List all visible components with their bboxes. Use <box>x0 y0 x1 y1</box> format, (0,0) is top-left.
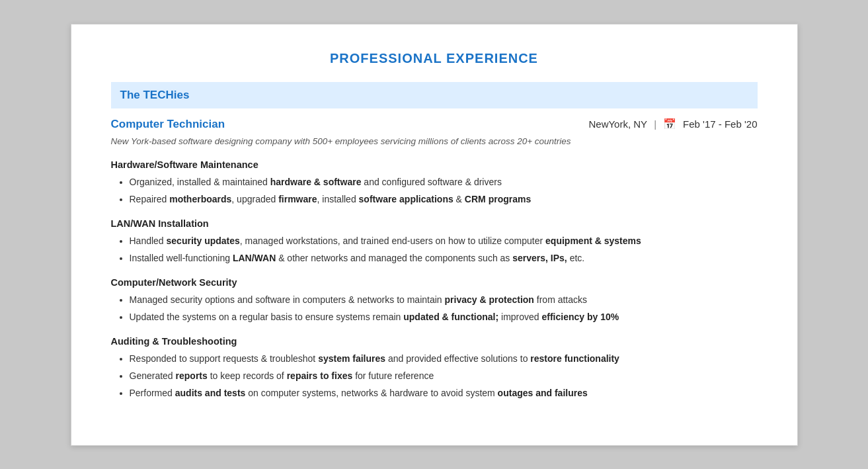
bold-text: restore functionality <box>530 353 619 364</box>
bold-text: motherboards <box>169 194 231 204</box>
subsection-auditing-title: Auditing & Troubleshooting <box>111 336 758 347</box>
subsection-lanwan-title: LAN/WAN Installation <box>111 218 758 229</box>
list-item: Repaired motherboards, upgraded firmware… <box>130 192 758 206</box>
bold-text: audits and tests <box>175 388 246 398</box>
company-description: New York-based software designing compan… <box>111 136 758 146</box>
bold-text: equipment & systems <box>545 235 641 246</box>
list-item: Managed security options and software in… <box>130 293 758 307</box>
subsection-auditing: Auditing & Troubleshooting Responded to … <box>111 336 758 400</box>
bold-text: software applications <box>359 194 454 204</box>
location-text: NewYork, NY <box>588 118 647 130</box>
bold-text: outages and failures <box>498 388 588 398</box>
resume-page: PROFESSIONAL EXPERIENCE The TECHies Comp… <box>71 24 798 446</box>
bullet-list-lanwan: Handled security updates, managed workst… <box>111 234 758 265</box>
bold-text: system failures <box>318 353 385 364</box>
list-item: Performed audits and tests on computer s… <box>130 386 758 400</box>
bold-text: servers, IPs, <box>512 253 567 263</box>
pipe-divider: | <box>654 118 656 130</box>
location-date: NewYork, NY | 📅 Feb '17 - Feb '20 <box>588 118 757 130</box>
bullet-list-auditing: Responded to support requests & troubles… <box>111 352 758 400</box>
list-item: Generated reports to keep records of rep… <box>130 369 758 383</box>
bold-text: firmware <box>278 194 317 204</box>
list-item: Installed well-functioning LAN/WAN & oth… <box>130 251 758 265</box>
subsection-security-title: Computer/Network Security <box>111 277 758 288</box>
company-header: The TECHies <box>111 82 758 108</box>
bold-text: repairs to fixes <box>287 370 353 381</box>
bold-text: updated & functional; <box>403 312 498 322</box>
list-item: Organized, installed & maintained hardwa… <box>130 175 758 189</box>
bold-text: security updates <box>167 235 240 246</box>
bold-text: hardware & software <box>270 177 362 187</box>
subsection-hardware-title: Hardware/Software Maintenance <box>111 159 758 170</box>
subsection-hardware: Hardware/Software Maintenance Organized,… <box>111 159 758 206</box>
list-item: Handled security updates, managed workst… <box>130 234 758 248</box>
bold-text: reports <box>176 370 208 381</box>
list-item: Updated the systems on a regular basis t… <box>130 310 758 324</box>
list-item: Responded to support requests & troubles… <box>130 352 758 366</box>
bullet-list-hardware: Organized, installed & maintained hardwa… <box>111 175 758 206</box>
subsection-security: Computer/Network Security Managed securi… <box>111 277 758 324</box>
bold-text: CRM programs <box>465 194 531 204</box>
job-header: Computer Technician NewYork, NY | 📅 Feb … <box>111 118 758 131</box>
section-title: PROFESSIONAL EXPERIENCE <box>111 51 758 66</box>
bold-text: privacy & protection <box>445 294 534 305</box>
calendar-icon: 📅 <box>663 118 676 130</box>
bold-text: efficiency by 10% <box>542 312 619 322</box>
subsection-lanwan: LAN/WAN Installation Handled security up… <box>111 218 758 265</box>
bullet-list-security: Managed security options and software in… <box>111 293 758 324</box>
bold-text: LAN/WAN <box>233 253 276 263</box>
company-name: The TECHies <box>120 89 190 101</box>
date-range: Feb '17 - Feb '20 <box>683 118 757 130</box>
job-title: Computer Technician <box>111 118 225 131</box>
